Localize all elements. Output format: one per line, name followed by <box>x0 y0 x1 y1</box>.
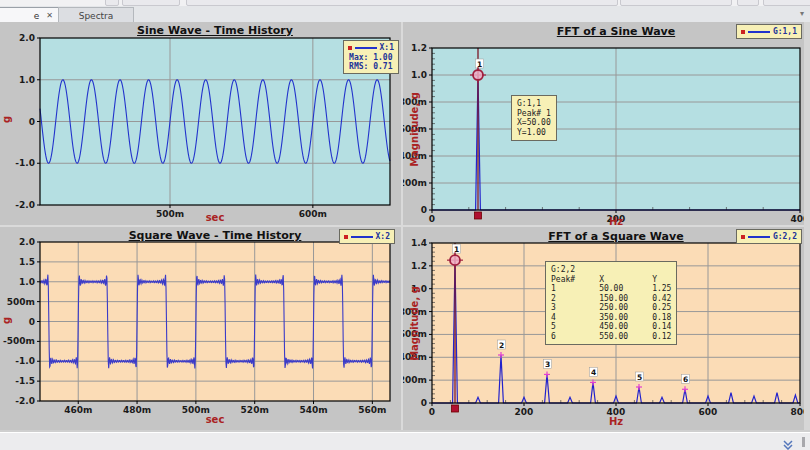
panel-fft-sine: 1.21.0800m600m400m200m002004001 FFT of a… <box>403 22 810 225</box>
legend-marker-line <box>748 236 770 238</box>
svg-text:-500m: -500m <box>3 336 35 346</box>
legend-marker-square <box>348 46 352 50</box>
y-axis-label: g <box>1 309 12 333</box>
svg-text:-1.5: -1.5 <box>15 376 35 386</box>
svg-text:-1.0: -1.0 <box>15 158 35 168</box>
svg-text:2.0: 2.0 <box>19 237 35 247</box>
svg-text:1.4: 1.4 <box>411 238 427 248</box>
legend-marker-line <box>351 236 373 238</box>
legend-marker-square <box>344 235 348 239</box>
svg-text:0: 0 <box>421 398 427 408</box>
plot-title: Sine Wave - Time History <box>40 24 390 37</box>
svg-text:3: 3 <box>545 360 550 369</box>
peak-annotation-box[interactable]: G:1,1 Peak# 1 X=50.00 Y=1.00 <box>511 95 557 141</box>
legend-series-label: X:2 <box>376 232 390 241</box>
svg-text:1.0: 1.0 <box>19 277 35 287</box>
svg-text:1.2: 1.2 <box>411 261 427 271</box>
legend-marker-line <box>355 47 377 49</box>
tab-current-partial[interactable]: e ✕ <box>0 7 59 23</box>
legend-marker-square <box>741 30 745 34</box>
svg-text:500m: 500m <box>7 297 35 307</box>
svg-text:1.2: 1.2 <box>411 43 427 53</box>
tab-bar: e ✕ Spectra ▾ <box>0 6 810 23</box>
svg-text:200m: 200m <box>403 375 427 385</box>
fft-sine-chart[interactable]: 1.21.0800m600m400m200m002004001 <box>403 22 810 225</box>
panel-square-time-history: 2.01.51.0500m0-500m-1.0-1.5-2.0460m480m5… <box>0 227 401 430</box>
plot-grid: 2.01.00-1.0-2.0500m600m Sine Wave - Time… <box>0 22 810 430</box>
legend-series-label: G:1,1 <box>773 27 797 36</box>
y-axis-label: g <box>1 108 12 132</box>
svg-text:4: 4 <box>591 368 596 377</box>
svg-text:-1.0: -1.0 <box>15 356 35 366</box>
resize-grip[interactable] <box>802 437 805 447</box>
svg-text:2.0: 2.0 <box>19 33 35 43</box>
square-time-history-chart[interactable]: 2.01.51.0500m0-500m-1.0-1.5-2.0460m480m5… <box>0 227 401 430</box>
svg-text:5: 5 <box>637 373 642 382</box>
svg-text:0: 0 <box>421 205 427 215</box>
svg-text:1.0: 1.0 <box>411 70 427 80</box>
legend-series-label: X:1 <box>380 43 394 52</box>
panel-fft-square: 1.41.21.0800m600m400m200m002004006008002… <box>403 227 810 430</box>
tab-close-icon[interactable]: ✕ <box>44 10 55 21</box>
svg-text:1.5: 1.5 <box>19 257 35 267</box>
double-chevron-down-icon[interactable] <box>782 436 794 448</box>
legend-box[interactable]: X:2 <box>339 229 395 244</box>
peak-table-box[interactable]: G:2,2 Peak# X Y 1 50.00 1.25 2 150.00 0.… <box>545 261 677 345</box>
legend-stats: Max: 1.00 RMS: 0.71 <box>348 53 394 71</box>
chevron-down-icon[interactable]: ▾ <box>800 9 804 18</box>
tab-label: e <box>34 11 40 21</box>
panel-divider-horizontal[interactable] <box>0 225 810 227</box>
y-axis-label: Magnitude, g <box>409 279 420 369</box>
legend-series-label: G:2,2 <box>773 232 797 241</box>
sine-time-history-chart[interactable]: 2.01.00-1.0-2.0500m600m <box>0 22 401 225</box>
svg-text:6: 6 <box>683 375 688 384</box>
status-bar <box>0 432 810 450</box>
legend-marker-square <box>741 235 745 239</box>
svg-text:200m: 200m <box>403 178 427 188</box>
svg-text:1.0: 1.0 <box>19 75 35 85</box>
y-axis-label: Magnitude, g <box>409 85 420 175</box>
svg-text:0: 0 <box>29 317 35 327</box>
plot-title: Square Wave - Time History <box>40 229 390 242</box>
legend-box[interactable]: G:2,2 <box>736 229 802 244</box>
svg-text:2: 2 <box>499 341 504 350</box>
svg-text:-2.0: -2.0 <box>15 200 35 210</box>
legend-box[interactable]: X:1 Max: 1.00 RMS: 0.71 <box>343 40 399 74</box>
legend-box[interactable]: G:1,1 <box>736 24 802 39</box>
svg-text:-2.0: -2.0 <box>15 396 35 406</box>
tab-label: Spectra <box>79 11 114 21</box>
panel-sine-time-history: 2.01.00-1.0-2.0500m600m Sine Wave - Time… <box>0 22 401 225</box>
x-axis-label: sec <box>40 212 390 223</box>
legend-marker-line <box>748 31 770 33</box>
tab-spectra[interactable]: Spectra <box>58 7 134 23</box>
x-axis-label: sec <box>40 414 390 425</box>
svg-text:0: 0 <box>29 117 35 127</box>
right-gutter <box>804 22 810 430</box>
x-axis-label: Hz <box>432 416 800 427</box>
